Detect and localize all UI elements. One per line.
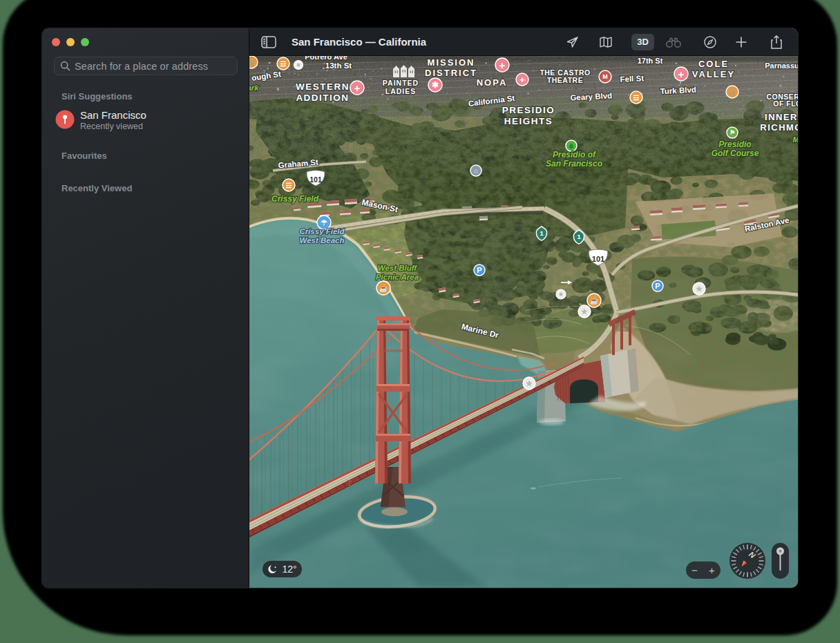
- svg-text:☲: ☲: [280, 60, 287, 68]
- svg-text:San Francisco: San Francisco: [546, 159, 602, 169]
- svg-text:West Beach: West Beach: [300, 236, 345, 244]
- svg-text:★: ★: [526, 379, 533, 387]
- svg-text:Golf Course: Golf Course: [712, 148, 759, 158]
- svg-text:1: 1: [540, 230, 543, 237]
- svg-text:🛒: 🛒: [249, 58, 256, 67]
- svg-text:1: 1: [577, 233, 580, 240]
- svg-text:VALLEY: VALLEY: [692, 69, 735, 79]
- svg-text:Fell St: Fell St: [620, 74, 644, 84]
- svg-text:☲: ☲: [286, 182, 292, 189]
- svg-text:M: M: [792, 135, 798, 144]
- svg-text:PAINTED: PAINTED: [383, 79, 419, 87]
- svg-text:P: P: [477, 266, 481, 274]
- svg-text:+: +: [354, 82, 361, 94]
- svg-text:Presidio of: Presidio of: [553, 150, 596, 160]
- svg-text:☕: ☕: [379, 284, 388, 293]
- svg-text:WESTERN: WESTERN: [296, 81, 350, 92]
- svg-text:17th St: 17th St: [638, 57, 663, 65]
- svg-text:+: +: [499, 59, 506, 71]
- svg-text:Crissy Field: Crissy Field: [299, 227, 345, 236]
- svg-text:✱: ✱: [432, 80, 439, 90]
- svg-text:INNER: INNER: [765, 112, 798, 122]
- svg-text:Crissy Field: Crissy Field: [271, 194, 319, 204]
- svg-text:LADIES: LADIES: [385, 87, 417, 95]
- svg-text:Presidio: Presidio: [718, 140, 751, 149]
- svg-text:Parnassu: Parnassu: [765, 61, 798, 70]
- svg-text:PRESIDIO: PRESIDIO: [502, 105, 555, 115]
- svg-text:MISSION: MISSION: [428, 57, 475, 68]
- svg-text:★: ★: [696, 285, 703, 293]
- svg-text:THEATRE: THEATRE: [547, 76, 583, 84]
- svg-text:13th St: 13th St: [325, 61, 352, 70]
- svg-text:Picnic Area: Picnic Area: [376, 273, 419, 281]
- svg-text:+: +: [519, 75, 525, 85]
- svg-text:+: +: [678, 68, 685, 80]
- svg-text:☲: ☲: [633, 94, 640, 102]
- svg-text:★: ★: [581, 307, 588, 316]
- svg-text:P: P: [655, 282, 660, 290]
- svg-text:West Bluff: West Bluff: [378, 264, 418, 272]
- svg-text:⚑: ⚑: [729, 129, 735, 136]
- svg-text:M: M: [602, 73, 608, 80]
- svg-text:101: 101: [592, 255, 604, 263]
- svg-text:⌂: ⌂: [474, 167, 477, 174]
- svg-text:COLE: COLE: [698, 59, 729, 69]
- svg-text:☕: ☕: [590, 296, 599, 305]
- svg-text:NOPA: NOPA: [477, 77, 508, 88]
- svg-text:101: 101: [309, 175, 322, 184]
- svg-text:ADDITION: ADDITION: [296, 93, 349, 103]
- svg-text:RICHMOND: RICHMOND: [760, 122, 798, 133]
- svg-text:DISTRICT: DISTRICT: [425, 68, 477, 78]
- svg-text:🛒: 🛒: [728, 88, 736, 96]
- svg-text:☂: ☂: [321, 218, 327, 227]
- svg-text:OF FLO: OF FLO: [773, 99, 798, 108]
- svg-text:ark: ark: [249, 84, 259, 92]
- svg-text:HEIGHTS: HEIGHTS: [504, 116, 553, 126]
- svg-text:🌲: 🌲: [568, 142, 575, 149]
